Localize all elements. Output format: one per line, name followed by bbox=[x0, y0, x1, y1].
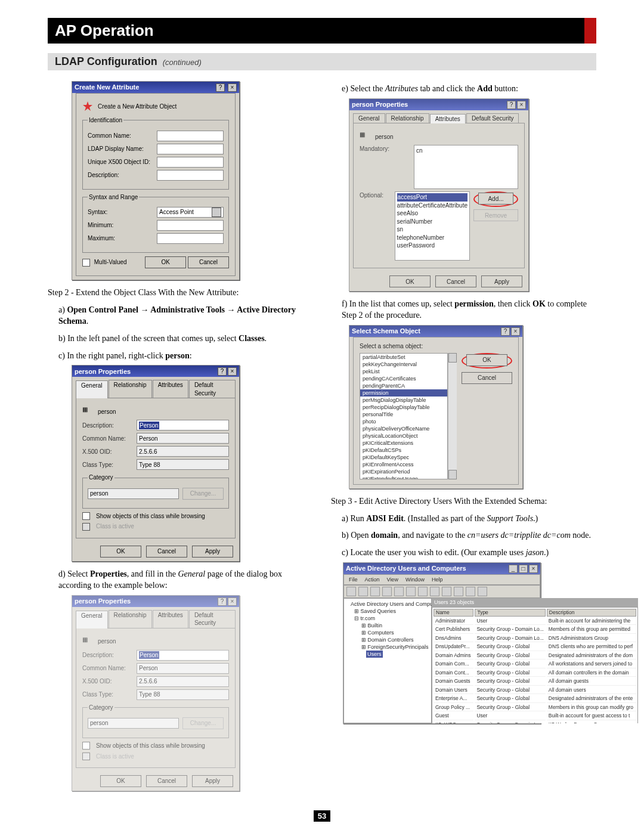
schema-item[interactable]: pKIExtendedKeyUsage bbox=[360, 475, 447, 479]
users-grid[interactable]: NameTypeDescriptionAdministratorUserBuil… bbox=[432, 607, 638, 724]
menu-item[interactable]: Action bbox=[363, 576, 382, 583]
schema-listbox[interactable]: partialAttributeSetpekKeyChangeIntervalp… bbox=[360, 353, 448, 479]
schema-item[interactable]: permission bbox=[360, 389, 447, 397]
schema-item[interactable]: perMsgDialogDisplayTable bbox=[360, 397, 447, 404]
schema-item[interactable]: physicalDeliveryOfficeName bbox=[360, 425, 447, 432]
table-row[interactable]: Group Policy ...Security Group - GlobalM… bbox=[434, 704, 636, 711]
tab-default-security[interactable]: Default Security bbox=[466, 113, 519, 123]
schema-item[interactable]: photo bbox=[360, 418, 447, 425]
ok-button[interactable]: OK bbox=[466, 354, 507, 366]
optional-item[interactable]: seeAlso bbox=[397, 209, 467, 218]
tree-node[interactable]: Saved Queries bbox=[361, 608, 397, 614]
menu-item[interactable]: View bbox=[385, 576, 401, 583]
close-icon[interactable]: × bbox=[228, 367, 237, 376]
tree-panel[interactable]: Active Directory Users and Computers ⊞ S… bbox=[343, 598, 432, 723]
ok-button[interactable]: OK bbox=[145, 256, 186, 268]
help-icon[interactable]: ? bbox=[507, 101, 516, 109]
schema-item[interactable]: pKICriticalExtensions bbox=[360, 439, 447, 447]
column-header[interactable]: Type bbox=[475, 609, 545, 617]
tree-root[interactable]: Active Directory Users and Computers bbox=[351, 600, 429, 608]
ldap-display-input[interactable] bbox=[157, 144, 224, 154]
toolbar-icon[interactable] bbox=[394, 587, 404, 596]
cancel-button[interactable]: Cancel bbox=[146, 546, 187, 558]
tab-relationship[interactable]: Relationship bbox=[109, 380, 152, 398]
schema-item[interactable]: pendingCACertificates bbox=[360, 375, 447, 382]
schema-item[interactable]: personalTitle bbox=[360, 411, 447, 418]
table-row[interactable]: IIS_WPGSecurity Group - Domain Lo...IIS … bbox=[434, 721, 636, 724]
tab-relationship[interactable]: Relationship bbox=[386, 113, 429, 123]
schema-item[interactable]: pendingParentCA bbox=[360, 382, 447, 389]
tab-general[interactable]: General bbox=[76, 380, 108, 398]
toolbar-icon[interactable] bbox=[478, 587, 487, 596]
table-row[interactable]: Domain UsersSecurity Group - GlobalAll d… bbox=[434, 687, 636, 694]
optional-item[interactable]: accessPort bbox=[397, 193, 467, 202]
menu-item[interactable]: File bbox=[346, 576, 360, 583]
apply-button[interactable]: Apply bbox=[192, 546, 233, 558]
schema-item[interactable]: perRecipDialogDisplayTable bbox=[360, 404, 447, 411]
schema-item[interactable]: pKIDefaultKeySpec bbox=[360, 454, 447, 461]
close-icon[interactable]: × bbox=[517, 101, 526, 109]
tree-node[interactable]: Builtin bbox=[368, 623, 383, 628]
syntax-select[interactable]: Access Point bbox=[157, 207, 224, 218]
tree-node[interactable]: ForeignSecurityPrincipals bbox=[368, 644, 429, 650]
multi-valued-checkbox[interactable] bbox=[82, 259, 90, 267]
schema-item[interactable]: physicalLocationObject bbox=[360, 432, 447, 439]
tree-node[interactable]: Domain Controllers bbox=[368, 637, 414, 643]
toolbar-icon[interactable] bbox=[406, 587, 416, 596]
column-header[interactable]: Name bbox=[434, 609, 473, 617]
optional-item[interactable]: sn bbox=[397, 225, 467, 234]
tab-attributes[interactable]: Attributes bbox=[153, 380, 188, 398]
description-input[interactable]: Person bbox=[137, 420, 229, 431]
toolbar-icon[interactable] bbox=[454, 587, 463, 596]
maximize-icon[interactable]: □ bbox=[519, 565, 528, 573]
table-row[interactable]: AdministratorUserBuilt-in account for ad… bbox=[434, 618, 636, 625]
schema-item[interactable]: pKIExpirationPeriod bbox=[360, 468, 447, 475]
menu-item[interactable]: Window bbox=[403, 576, 427, 583]
mandatory-list[interactable]: cn bbox=[414, 145, 518, 189]
close-icon[interactable]: × bbox=[511, 327, 520, 336]
close-icon[interactable]: × bbox=[228, 83, 237, 92]
cancel-button[interactable]: Cancel bbox=[462, 372, 512, 384]
schema-item[interactable]: pekList bbox=[360, 368, 447, 375]
table-row[interactable]: GuestUserBuilt-in account for guest acce… bbox=[434, 713, 636, 720]
common-name-input[interactable] bbox=[157, 131, 224, 141]
optional-list[interactable]: accessPortattributeCertificateAttributes… bbox=[395, 191, 470, 261]
schema-item[interactable]: pekKeyChangeInterval bbox=[360, 361, 447, 368]
close-icon[interactable]: × bbox=[529, 565, 538, 573]
toolbar-icon[interactable] bbox=[442, 587, 451, 596]
minimum-input[interactable] bbox=[157, 220, 224, 231]
toolbar-icon[interactable] bbox=[370, 587, 380, 596]
column-header[interactable]: Description bbox=[547, 609, 637, 617]
tree-node[interactable]: Computers bbox=[368, 630, 394, 636]
schema-item[interactable]: pKIEnrollmentAccess bbox=[360, 461, 447, 468]
table-row[interactable]: Cert PublishersSecurity Group - Domain L… bbox=[434, 626, 636, 633]
tree-domain[interactable]: tr.com bbox=[361, 615, 376, 621]
scroll-down-icon[interactable] bbox=[448, 470, 457, 479]
x500-input[interactable] bbox=[157, 157, 224, 168]
table-row[interactable]: Domain AdminsSecurity Group - GlobalDesi… bbox=[434, 652, 636, 659]
scrollbar[interactable] bbox=[448, 353, 457, 479]
tab-general[interactable]: General bbox=[353, 113, 385, 123]
tab-attributes[interactable]: Attributes bbox=[430, 114, 466, 124]
toolbar-icon[interactable] bbox=[466, 587, 475, 596]
optional-item[interactable]: serialNumber bbox=[397, 218, 467, 226]
toolbar-icon[interactable] bbox=[382, 587, 392, 596]
schema-item[interactable]: pKIDefaultCSPs bbox=[360, 447, 447, 454]
toolbar-icon[interactable] bbox=[418, 587, 428, 596]
table-row[interactable]: DnsAdminsSecurity Group - Domain Lo...DN… bbox=[434, 635, 636, 642]
help-icon[interactable]: ? bbox=[501, 327, 510, 336]
cancel-button[interactable]: Cancel bbox=[188, 256, 229, 268]
description-input[interactable] bbox=[157, 170, 224, 181]
menu-item[interactable]: Help bbox=[429, 576, 445, 583]
table-row[interactable]: DnsUpdatePr...Security Group - GlobalDNS… bbox=[434, 643, 636, 651]
tree-node-selected[interactable]: Users bbox=[366, 651, 383, 658]
ok-button[interactable]: OK bbox=[100, 546, 141, 558]
cancel-button[interactable]: Cancel bbox=[435, 275, 476, 287]
help-icon[interactable]: ? bbox=[216, 83, 225, 92]
apply-button[interactable]: Apply bbox=[481, 275, 522, 287]
optional-item[interactable]: telephoneNumber bbox=[397, 234, 467, 242]
optional-item[interactable]: userPassword bbox=[397, 241, 467, 250]
table-row[interactable]: Enterprise A...Security Group - GlobalDe… bbox=[434, 695, 636, 702]
tab-default-security[interactable]: Default Security bbox=[189, 380, 236, 398]
table-row[interactable]: Domain GuestsSecurity Group - GlobalAll … bbox=[434, 678, 636, 685]
